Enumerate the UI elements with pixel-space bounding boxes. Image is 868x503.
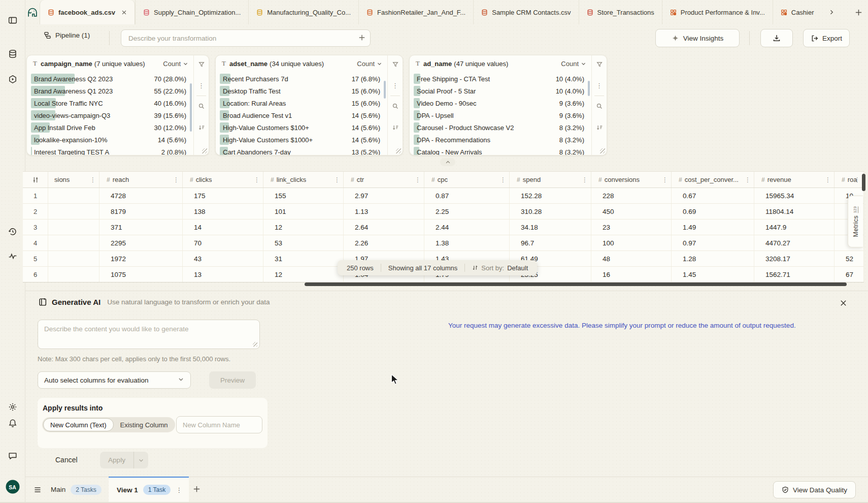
value-row[interactable]: Video Demo - 90sec9 (3.6%) (414, 97, 584, 109)
kebab-menu-icon[interactable]: ⋮ (392, 82, 398, 89)
view1-kebab-icon[interactable]: ⋮ (176, 486, 182, 494)
column-menu-icon[interactable]: ⋮ (582, 176, 588, 183)
sort-icon[interactable] (596, 124, 603, 132)
tab-supply-chain-optimization[interactable]: Supply_Chain_Optimization... (135, 0, 248, 24)
table-row[interactable]: 281791381011.132.25310.284500.6911804.14 (23, 204, 864, 219)
panel-scrollbar[interactable] (588, 81, 590, 96)
column-header-reach[interactable]: #reach⋮ (99, 172, 183, 187)
tab-sample-crm-contacts-csv[interactable]: Sample CRM Contacts.csv (473, 0, 578, 24)
value-row[interactable]: DPA - Upsell9 (3.6%) (414, 109, 584, 121)
count-dropdown[interactable]: Count (163, 60, 188, 68)
sheet-tab-view1[interactable]: View 1 1 Task ⋮ (109, 477, 189, 502)
column-selection-dropdown[interactable]: Auto select columns for evaluation (38, 371, 191, 389)
column-header-sions[interactable]: sions⋮ (48, 172, 99, 187)
sort-by-control[interactable]: Sort by: Default (472, 264, 528, 272)
view-insights-button[interactable]: View Insights (655, 29, 740, 47)
column-header-conversions[interactable]: #conversions⋮ (591, 172, 672, 187)
search-icon[interactable] (596, 103, 603, 111)
value-row[interactable]: Interest Targeting TEST A2 (0.8%) (31, 146, 186, 155)
new-column-name-input[interactable] (176, 416, 262, 433)
filter-icon[interactable] (392, 61, 398, 69)
value-row[interactable]: App Install Drive Feb30 (12.0%) (31, 121, 186, 134)
value-row[interactable]: Cart Abandoners 7-day13 (5.2%) (220, 146, 380, 155)
value-row[interactable]: Carousel - Product Showcase V28 (3.2%) (414, 121, 584, 134)
history-icon[interactable] (8, 227, 18, 237)
pipeline-button[interactable]: Pipeline (1) (44, 32, 90, 39)
column-header-clicks[interactable]: #clicks⋮ (183, 172, 263, 187)
transformation-input[interactable] (121, 29, 371, 47)
column-menu-icon[interactable]: ⋮ (745, 176, 751, 183)
value-row[interactable]: High-Value Customers $100+14 (5.6%) (220, 121, 380, 134)
tab-product-performance-inv[interactable]: Product Performance & Inv... (662, 0, 773, 24)
column-header-revenue[interactable]: #revenue⋮ (754, 172, 834, 187)
panel-scrollbar[interactable] (190, 83, 192, 132)
count-dropdown[interactable]: Count (357, 60, 382, 68)
cancel-button[interactable]: Cancel (55, 456, 78, 464)
tabs-overflow-chevron-icon[interactable] (822, 0, 841, 24)
column-menu-icon[interactable]: ⋮ (173, 176, 179, 183)
value-row[interactable]: lookalike-expansion-10%14 (5.6%) (31, 134, 186, 146)
column-header-roa[interactable]: #roa⋮ (834, 172, 864, 187)
user-avatar[interactable]: SA (6, 480, 19, 494)
value-row[interactable]: Social Proof - 5 Star10 (4.0%) (414, 85, 584, 97)
tab-facebook-ads-csv[interactable]: facebook_ads.csv (40, 0, 135, 24)
settings-gear-icon[interactable] (8, 402, 18, 412)
apply-options-chevron-icon[interactable] (133, 452, 148, 468)
vertical-scrollbar[interactable] (862, 174, 865, 191)
value-row[interactable]: Desktop Traffic Test15 (6.0%) (220, 85, 380, 97)
value-row[interactable]: video-views-campaign-Q339 (15.6%) (31, 109, 186, 121)
table-row[interactable]: 147281751552.970.87152.282280.6715965.34… (23, 188, 864, 204)
count-dropdown[interactable]: Count (561, 60, 586, 68)
metrics-side-tab[interactable]: 123 Metrics (848, 196, 863, 247)
search-icon[interactable] (392, 103, 398, 111)
sort-icon[interactable] (392, 124, 398, 132)
segment-new-column[interactable]: New Column (Text) (43, 418, 114, 431)
table-corner-settings-icon[interactable] (23, 172, 48, 187)
automation-icon[interactable] (8, 74, 18, 84)
column-header-cost-per-conver[interactable]: #cost_per_conver...⋮ (672, 172, 754, 187)
new-tab-plus-icon[interactable] (848, 0, 868, 24)
generation-prompt-textarea[interactable] (38, 320, 260, 349)
table-row[interactable]: 337114122.642.4434.18231.491447.9 (23, 219, 864, 235)
value-row[interactable]: DPA - Recommendations8 (3.2%) (414, 134, 584, 146)
value-row[interactable]: Local Store Traffic NYC40 (16.0%) (31, 97, 186, 109)
sheet-menu-icon[interactable] (34, 486, 42, 496)
collapse-panels-chevron-icon[interactable] (440, 158, 455, 166)
sheet-tab-main[interactable]: Main 2 Tasks (51, 477, 102, 502)
value-row[interactable]: Brand Awareness Q2 202370 (28.0%) (31, 73, 186, 85)
column-menu-icon[interactable]: ⋮ (254, 176, 260, 183)
value-row[interactable]: Location: Rural Areas15 (6.0%) (220, 97, 380, 109)
panel-resize-handle[interactable] (202, 148, 207, 153)
panel-toggle-icon[interactable] (8, 15, 18, 25)
column-menu-icon[interactable]: ⋮ (500, 176, 506, 183)
column-menu-icon[interactable]: ⋮ (90, 176, 96, 183)
column-menu-icon[interactable]: ⋮ (825, 176, 831, 183)
column-menu-icon[interactable]: ⋮ (334, 176, 340, 183)
panel-scrollbar[interactable] (384, 81, 386, 99)
kebab-menu-icon[interactable]: ⋮ (596, 82, 603, 89)
panel-resize-handle[interactable] (396, 148, 401, 153)
close-icon[interactable] (121, 10, 127, 15)
close-icon[interactable] (838, 297, 849, 308)
tab-fashionretailer-jan-and-f[interactable]: FashionRetailer_Jan_And_F... (358, 0, 473, 24)
value-row[interactable]: Catalog - New Arrivals8 (3.2%) (414, 146, 584, 155)
column-menu-icon[interactable]: ⋮ (854, 176, 860, 183)
notifications-bell-icon[interactable] (8, 418, 18, 428)
column-menu-icon[interactable]: ⋮ (415, 176, 421, 183)
value-row[interactable]: Free Shipping - CTA Test10 (4.0%) (414, 73, 584, 85)
download-button[interactable] (760, 29, 793, 47)
value-row[interactable]: High-Value Customers $1000+14 (5.6%) (220, 134, 380, 146)
tab-cashier[interactable]: Cashier (773, 0, 822, 24)
chat-icon[interactable] (8, 451, 18, 461)
value-row[interactable]: Broad Audience Test v114 (5.6%) (220, 109, 380, 121)
filter-icon[interactable] (596, 61, 603, 69)
activity-icon[interactable] (8, 251, 18, 261)
apply-button[interactable]: Apply (100, 452, 133, 468)
app-logo-icon[interactable] (25, 0, 40, 24)
column-header-link-clicks[interactable]: #link_clicks⋮ (263, 172, 344, 187)
add-sheet-plus-icon[interactable] (193, 485, 201, 495)
search-icon[interactable] (198, 103, 205, 111)
value-row[interactable]: Recent Purchasers 7d17 (6.8%) (220, 73, 380, 85)
table-row[interactable]: 4229570532.261.3896.71000.974470.27 (23, 235, 864, 251)
column-menu-icon[interactable]: ⋮ (662, 176, 668, 183)
